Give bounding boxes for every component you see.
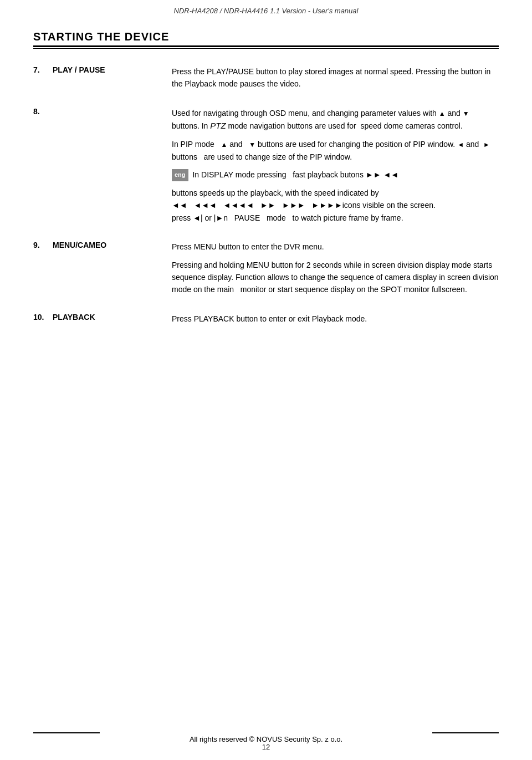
section-7: 7. PLAY / PAUSE Press the PLAY/PAUSE but… <box>33 65 499 90</box>
footer-line-left <box>33 732 100 733</box>
section-7-label: PLAY / PAUSE <box>53 65 105 90</box>
eng-label: eng <box>172 169 188 181</box>
section-10-para-1: Press PLAYBACK button to enter or exit P… <box>172 313 499 325</box>
thin-divider <box>33 48 499 49</box>
section-8-para-1: Used for navigating through OSD menu, an… <box>172 107 499 132</box>
section-7-body: Press the PLAY/PAUSE button to play stor… <box>172 65 499 90</box>
page-number: 12 <box>0 743 532 751</box>
section-7-para-1: Press the PLAY/PAUSE button to play stor… <box>172 65 499 90</box>
thick-divider <box>33 45 499 47</box>
section-8-para-2: In PIP mode and buttons are used for cha… <box>172 138 499 163</box>
section-8-body: Used for navigating through OSD menu, an… <box>172 107 499 224</box>
page-footer: All rights reserved © NOVUS Security Sp.… <box>0 735 532 743</box>
section-heading: STARTING THE DEVICE <box>33 30 499 43</box>
page-header: NDR-HA4208 / NDR-HA4416 1.1 Version - Us… <box>0 0 532 19</box>
section-9-label: MENU/CAMEO <box>53 241 106 296</box>
section-9-para-2: Pressing and holding MENU button for 2 s… <box>172 259 499 296</box>
footer-text: All rights reserved © NOVUS Security Sp.… <box>190 735 342 743</box>
section-8-para-4: buttons speeds up the playback, with the… <box>172 187 499 224</box>
section-8-para-3: In DISPLAY mode pressing fast playback b… <box>192 170 398 179</box>
section-10: 10. PLAYBACK Press PLAYBACK button to en… <box>33 313 499 325</box>
section-9-para-1: Press MENU button to enter the DVR menu. <box>172 241 499 253</box>
section-8: 8. Used for navigating through OSD menu,… <box>33 107 499 224</box>
section-7-number: 7. <box>33 65 50 90</box>
section-8-number: 8. <box>33 107 50 224</box>
section-9-body: Press MENU button to enter the DVR menu.… <box>172 241 499 296</box>
header-title: NDR-HA4208 / NDR-HA4416 1.1 Version - Us… <box>174 7 359 15</box>
section-9-number: 9. <box>33 241 50 296</box>
footer-line-right <box>432 732 499 733</box>
section-10-number: 10. <box>33 313 50 325</box>
section-10-label: PLAYBACK <box>53 313 95 325</box>
section-10-body: Press PLAYBACK button to enter or exit P… <box>172 313 499 325</box>
section-9: 9. MENU/CAMEO Press MENU button to enter… <box>33 241 499 296</box>
